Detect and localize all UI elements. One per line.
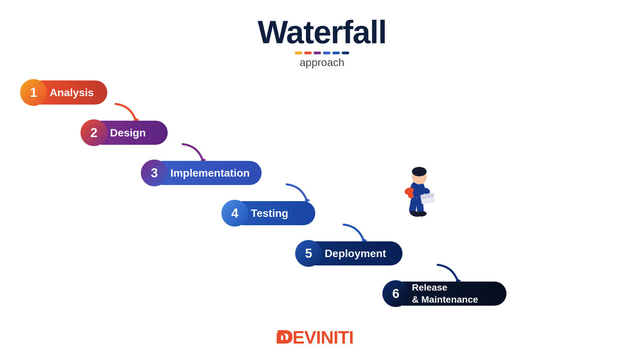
logo-area: ᴅ EVINITI [275, 325, 369, 349]
step-row-1: 1 Analysis [20, 80, 107, 105]
step-circle-4: 4 [221, 200, 248, 227]
title-decoration [0, 52, 644, 54]
step-circle-3: 3 [141, 160, 168, 186]
step-circle-6: 6 [382, 280, 409, 307]
step-label-3: Implementation [161, 161, 262, 185]
title-approach: approach [0, 56, 644, 69]
step-label-4: Testing [241, 201, 315, 225]
dec-dot-6 [342, 52, 349, 54]
person-illustration [386, 164, 446, 238]
step-row-2: 2 Design [80, 121, 168, 145]
step-pill-5: 5 Deployment [295, 241, 402, 265]
step6-label-text: Release& Maintenance [412, 282, 478, 306]
step-label-5: Deployment [315, 241, 402, 265]
step-pill-6: 6 Release& Maintenance [382, 282, 506, 306]
step-circle-1: 1 [20, 79, 47, 106]
step-row-4: 4 Testing [221, 201, 315, 225]
dec-dot-2 [304, 52, 312, 54]
dec-dot-3 [314, 52, 321, 54]
title-area: Waterfall approach [0, 0, 644, 69]
step-pill-2: 2 Design [80, 121, 168, 145]
dec-dot-5 [332, 52, 340, 54]
step-pill-4: 4 Testing [221, 201, 315, 225]
step-label-2: Design [101, 121, 168, 145]
dec-dot-1 [295, 52, 302, 54]
step-label-1: Analysis [40, 80, 107, 105]
step-label-6: Release& Maintenance [402, 282, 506, 306]
step-row-3: 3 Implementation [141, 161, 262, 185]
step-row-6: 6 Release& Maintenance [382, 282, 506, 306]
step-row-5: 5 Deployment [295, 241, 402, 265]
svg-point-7 [412, 167, 427, 176]
title-waterfall: Waterfall [0, 16, 644, 48]
svg-text:EVINITI: EVINITI [292, 327, 354, 347]
dec-dot-4 [323, 52, 330, 54]
step-pill-1: 1 Analysis [20, 80, 107, 105]
logo-svg: ᴅ EVINITI [275, 325, 369, 349]
step-circle-2: 2 [80, 119, 107, 146]
step-pill-3: 3 Implementation [141, 161, 262, 185]
step-circle-5: 5 [295, 240, 322, 267]
